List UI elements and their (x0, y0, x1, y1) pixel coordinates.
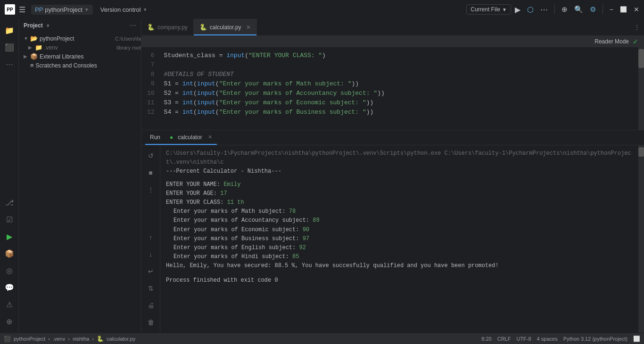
reader-mode-button[interactable]: Reader Mode (594, 38, 629, 45)
run-prompt-name: ENTER YOUR NAME: Emily (166, 180, 633, 189)
run-down-icon[interactable]: ↓ (144, 248, 157, 261)
statusbar-expand-icon[interactable]: ⬜ (633, 336, 640, 342)
activity-plugins-icon[interactable]: ⬛ (2, 40, 17, 55)
sidebar-actions: ⋯ (130, 22, 136, 29)
run-output[interactable]: C:\Users\faculty-1\PycharmProjects\nisht… (160, 145, 638, 333)
search-icon[interactable]: 🔍 (574, 5, 583, 14)
run-process-end-text: Process finished with exit code 0 (166, 277, 278, 284)
statusbar-position[interactable]: 8:20 (481, 336, 491, 342)
run-up-icon[interactable]: ↑ (144, 231, 157, 244)
minimize-button[interactable]: − (610, 6, 613, 13)
run-clear-icon[interactable]: 🗑 (144, 316, 157, 329)
run-button[interactable]: ▶ (515, 5, 520, 14)
statusbar-project-icon[interactable]: ⬛ (4, 336, 11, 342)
tab-label-company: company.py (157, 24, 188, 31)
file-tree: ▼ 📂 pythonProject C:\Users\fa ▶ 📁 .venv … (19, 32, 141, 333)
more-options-icon[interactable]: ⋯ (540, 5, 548, 14)
run-print-icon[interactable]: 🖨 (144, 299, 157, 312)
run-prompt-math: Enter your marks of Math subject: 78 (166, 207, 633, 216)
tab-company-py[interactable]: 🐍 company.py (141, 19, 194, 35)
run-path-line: C:\Users\faculty-1\PycharmProjects\nisht… (166, 149, 633, 167)
run-stop-icon[interactable]: ■ (144, 166, 157, 179)
scratches-icon: ≡ (30, 62, 34, 69)
code-line-7 (160, 60, 638, 70)
sidebar-title: Project ▼ (24, 22, 50, 29)
activity-project-icon[interactable]: 📁 (2, 23, 17, 38)
sidebar-action-icon[interactable]: ⋯ (130, 22, 136, 29)
project-selector[interactable]: PP pythonProject ▼ (31, 5, 93, 15)
statusbar-encoding[interactable]: UTF-8 (516, 336, 531, 342)
tree-item-venv[interactable]: ▶ 📁 .venv library root (19, 43, 141, 52)
statusbar-file-icon: 🐍 (97, 336, 104, 342)
py-icon-calculator: 🐍 (199, 24, 207, 31)
panel-tab-calculator[interactable]: ● calculator ✕ (165, 130, 217, 145)
tree-path: C:\Users\fa (115, 36, 141, 42)
code-editor[interactable]: 6 7 8 9 10 11 12 Students_class = input(… (141, 47, 644, 130)
run-wrap-icon[interactable]: ↵ (144, 265, 157, 278)
tab-options-icon[interactable]: ⋮ (634, 24, 640, 31)
activity-services-icon[interactable]: ◎ (2, 263, 17, 278)
debug-icon[interactable]: ⬡ (527, 5, 534, 14)
statusbar-line-ending[interactable]: CRLF (497, 336, 511, 342)
vcs-chevron-icon: ▼ (143, 7, 148, 12)
panel-tab-calc-label: calculator (178, 134, 202, 141)
close-button[interactable]: ✕ (634, 6, 639, 13)
settings-icon[interactable]: ⚙ (590, 5, 596, 14)
activity-settings2-icon[interactable]: ⊕ (2, 314, 17, 329)
tab-calculator-py[interactable]: 🐍 calculator.py ✕ (194, 19, 257, 35)
sidebar-header: Project ▼ ⋯ (19, 19, 141, 32)
hamburger-menu-icon[interactable]: ☰ (19, 5, 25, 14)
tab-options: ⋮ (630, 24, 644, 31)
statusbar-indent[interactable]: 4 spaces (537, 336, 558, 342)
code-content[interactable]: Students_class = input("ENTER YOUR CLASS… (160, 47, 638, 130)
activity-run-icon[interactable]: ▶ (2, 229, 17, 244)
run-prompt-age: ENTER YOUR AGE: 17 (166, 189, 633, 198)
current-file-label: Current File (471, 6, 500, 13)
tree-label-external-libs: External Libraries (40, 53, 141, 60)
run-path-text: C:\Users\faculty-1\PycharmProjects\nisht… (166, 150, 631, 166)
tree-item-scratches[interactable]: ≡ Scratches and Consoles (19, 61, 141, 70)
panel-tab-run[interactable]: Run (145, 130, 165, 145)
activity-problems-icon[interactable]: ⚠ (2, 297, 17, 312)
activity-vcs-icon[interactable]: ⎇ (2, 195, 17, 210)
tree-item-external-libs[interactable]: ▶ 📦 External Libraries (19, 52, 141, 61)
code-line-12: S4 = int(input("Enter your marks of Busi… (160, 108, 638, 117)
tab-close-icon[interactable]: ✕ (246, 24, 251, 31)
tree-item-pythonproject[interactable]: ▼ 📂 pythonProject C:\Users\fa (19, 34, 141, 43)
activity-bar: 📁 ⬛ ⋯ ⎇ ☑ ▶ 📦 ◎ 💬 ⚠ ⊕ (0, 19, 19, 333)
folder-icon-venv: 📁 (35, 44, 42, 51)
sidebar-chevron-icon: ▼ (46, 23, 50, 28)
activity-more-icon[interactable]: ⋯ (2, 57, 17, 72)
statusbar-python-version[interactable]: Python 3.12 (pythonProject) (563, 336, 627, 342)
statusbar: ⬛ pythonProject › .venv › nishtha › 🐍 ca… (0, 333, 644, 344)
panel-tab-close-icon[interactable]: ✕ (208, 134, 212, 140)
add-user-icon[interactable]: ⊕ (561, 5, 568, 14)
run-sort-icon[interactable]: ⇅ (144, 282, 157, 295)
run-more-icon[interactable]: ⋮ (144, 183, 157, 196)
run-result-text: Hello, Emily, You have secured: 88.5 %, … (166, 262, 499, 269)
tree-arrow-icon: ▼ (24, 36, 28, 41)
editor-tabs: 🐍 company.py 🐍 calculator.py ✕ ⋮ (141, 19, 644, 36)
tree-arrow-ext-icon: ▶ (24, 54, 28, 59)
run-sidebar: ↺ ■ ⋮ ↑ ↓ ↵ ⇅ 🖨 🗑 (141, 145, 160, 333)
statusbar-venv[interactable]: .venv (53, 336, 65, 342)
statusbar-project[interactable]: pythonProject (14, 336, 45, 342)
panel-scrollbar[interactable] (638, 145, 644, 333)
maximize-button[interactable]: ⬜ (620, 6, 627, 13)
editor-area: 🐍 company.py 🐍 calculator.py ✕ ⋮ Reader … (141, 19, 644, 333)
ext-libs-icon: 📦 (30, 53, 38, 60)
activity-packages-icon[interactable]: 📦 (2, 246, 17, 261)
vcs-menu[interactable]: Version control ▼ (97, 5, 151, 15)
run-prompt-economic: Enter your marks of Economic subject: 90 (166, 226, 633, 235)
editor-scrollbar[interactable] (638, 47, 644, 130)
titlebar: PP ☰ PP pythonProject ▼ Version control … (0, 0, 644, 19)
code-line-11: S3 = int(input("Enter your marks of Econ… (160, 98, 638, 108)
project-chevron-icon: ▼ (84, 7, 89, 12)
activity-terminal-icon[interactable]: 💬 (2, 280, 17, 295)
current-file-selector[interactable]: Current File ▼ (466, 4, 511, 15)
statusbar-file[interactable]: calculator.py (107, 336, 135, 342)
run-rerun-icon[interactable]: ↺ (144, 149, 157, 162)
activity-todo-icon[interactable]: ☑ (2, 212, 17, 227)
statusbar-nishtha[interactable]: nishtha (73, 336, 89, 342)
panel-tabs: Run ● calculator ✕ (141, 130, 644, 145)
